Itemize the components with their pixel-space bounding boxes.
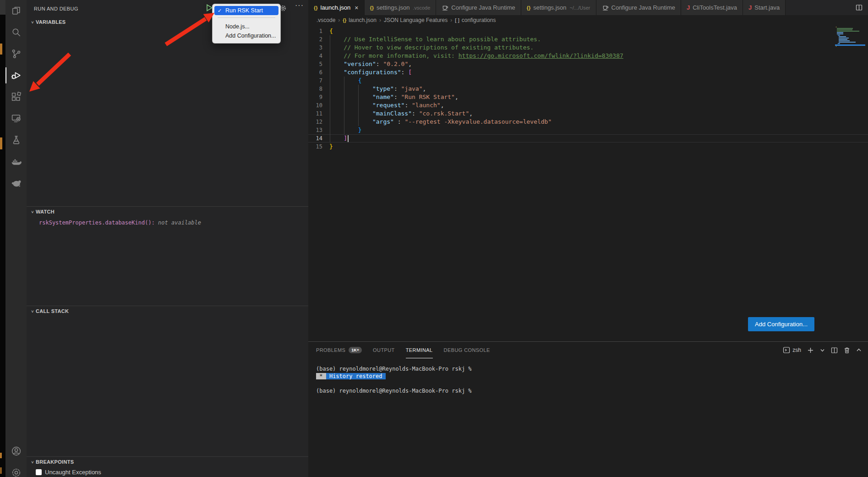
minimap-line [837, 28, 853, 29]
call-stack-section-header[interactable]: ∨ CALL STACK [27, 306, 308, 316]
code-line-7[interactable]: 7 { [308, 77, 868, 85]
code-line-3[interactable]: 3 // Hover to view descriptions of exist… [308, 44, 868, 52]
activity-extensions[interactable] [5, 86, 27, 108]
breadcrumb-item-launch-json[interactable]: {}launch.json [343, 17, 377, 23]
code-line-2[interactable]: 2 // Use IntelliSense to learn about pos… [308, 35, 868, 44]
java-file-icon: J [748, 4, 752, 11]
code-line-14[interactable]: 14 ] [308, 134, 868, 143]
remote-explorer-icon [11, 113, 22, 124]
code-text: "configurations": [ [329, 68, 412, 77]
tab-settings-json[interactable]: {}settings.json.vscode [365, 0, 437, 15]
panel-tab-problems[interactable]: PROBLEMS1K+ [316, 342, 362, 358]
indent-guide [344, 85, 344, 93]
code-line-1[interactable]: 1{ [308, 27, 868, 35]
activity-docker[interactable] [5, 151, 27, 172]
more-actions-icon[interactable]: ··· [295, 1, 304, 10]
panel-tab-label: PROBLEMS [316, 347, 345, 353]
json-file-icon: {} [370, 5, 374, 11]
code-line-5[interactable]: 5 "version": "0.2.0", [308, 60, 868, 68]
code-token: "0.2.0" [383, 60, 408, 67]
uncaught-exceptions-label: Uncaught Exceptions [45, 469, 101, 476]
activity-run-and-debug[interactable] [5, 65, 27, 86]
tab-settings-json[interactable]: {}settings.json~/.../User [521, 0, 596, 15]
chevron-down-icon[interactable] [820, 348, 825, 353]
code-line-13[interactable]: 13 } [308, 126, 868, 134]
code-token [329, 102, 372, 109]
split-editor-icon[interactable] [850, 0, 868, 15]
tab-clitoolstest-java[interactable]: JCliToolsTest.java [681, 0, 743, 15]
line-number: 2 [308, 35, 329, 44]
code-token: "launch" [412, 102, 441, 109]
minimap-line [836, 27, 836, 27]
code-line-15[interactable]: 15} [308, 143, 868, 151]
breadcrumb-item-configurations[interactable]: [ ]configurations [455, 17, 496, 23]
problems-count-badge: 1K+ [349, 347, 362, 353]
panel-tab-debug-console[interactable]: DEBUG CONSOLE [444, 342, 490, 358]
indent-guide [358, 118, 359, 126]
code-token [329, 110, 372, 117]
line-number: 3 [308, 44, 329, 52]
code-token: "request" [372, 102, 404, 109]
code-token: "java" [401, 85, 423, 92]
code-editor[interactable]: 1{2 // Use IntelliSense to learn about p… [308, 25, 868, 341]
code-text: } [329, 143, 333, 151]
minimap-line [837, 32, 843, 33]
code-line-6[interactable]: 6 "configurations": [ [308, 68, 868, 77]
panel-tab-label: OUTPUT [373, 347, 395, 353]
terminal-text: (base) reynoldmorel@Reynolds-MacBook-Pro… [316, 366, 472, 372]
terminal[interactable]: (base) reynoldmorel@Reynolds-MacBook-Pro… [308, 358, 868, 395]
close-icon[interactable]: × [355, 4, 358, 11]
uncaught-exceptions-checkbox[interactable] [36, 469, 42, 475]
tab-configure-java-runtime[interactable]: Configure Java Runtime [596, 0, 681, 15]
breadcrumb-item-json-language-features[interactable]: JSON Language Features [384, 17, 448, 23]
code-line-8[interactable]: 8 "type": "java", [308, 85, 868, 93]
activity-account[interactable] [5, 440, 27, 462]
tab-detail: ~/.../User [570, 5, 590, 11]
code-line-10[interactable]: 10 "request": "launch", [308, 101, 868, 110]
activity-explorer[interactable] [5, 0, 27, 22]
cup-file-icon [442, 4, 448, 11]
source-control-icon [11, 48, 22, 60]
code-line-12[interactable]: 12 "args" : "--regtest -Xkeyvalue.dataso… [308, 118, 868, 126]
breakpoints-section-header[interactable]: ∨ BREAKPOINTS [27, 457, 308, 467]
activity-search[interactable] [5, 22, 27, 43]
code-line-11[interactable]: 11 "mainClass": "co.rsk.Start", [308, 110, 868, 118]
menu-separator [218, 17, 275, 18]
tab-configure-java-runtime[interactable]: Configure Java Runtime [436, 0, 521, 15]
code-line-9[interactable]: 9 "name": "Run RSK Start", [308, 93, 868, 101]
watch-section-header[interactable]: ∨ WATCH [27, 207, 308, 217]
activity-gradle[interactable] [5, 172, 27, 194]
add-configuration-button[interactable]: Add Configuration... [748, 317, 814, 331]
code-text: { [329, 77, 361, 85]
split-pane-icon[interactable] [831, 347, 838, 354]
trash-icon[interactable] [844, 347, 850, 354]
menu-item-add-configuration-[interactable]: Add Configuration... [214, 31, 278, 40]
watch-expression[interactable]: rskSystemProperties.databaseKind(): not … [39, 219, 308, 226]
terminal-line: * History restored [316, 373, 868, 380]
activity-testing[interactable] [5, 129, 27, 151]
code-token: , [455, 93, 459, 100]
tab-launch-json[interactable]: {}launch.json× [308, 0, 365, 15]
panel-tab-terminal[interactable]: TERMINAL [406, 342, 433, 358]
activity-settings-gear[interactable] [5, 462, 27, 477]
chevron-up-icon[interactable] [856, 347, 862, 353]
breadcrumb-item--vscode[interactable]: .vscode [317, 17, 335, 23]
breadcrumb[interactable]: .vscode›{}launch.json›JSON Language Feat… [308, 15, 868, 25]
panel-tab-output[interactable]: OUTPUT [373, 342, 395, 358]
tab-start-java[interactable]: JStart.java [743, 0, 786, 15]
activity-remote-explorer[interactable] [5, 108, 27, 129]
breakpoints-section: ∨ BREAKPOINTS Uncaught Exceptions [27, 456, 308, 477]
indent-guide [344, 93, 344, 101]
code-line-4[interactable]: 4 // For more information, visit: https:… [308, 52, 868, 60]
plus-icon[interactable] [807, 347, 814, 354]
activity-source-control[interactable] [5, 43, 27, 65]
shell-selector[interactable]: zsh [783, 346, 801, 354]
menu-item-node-js-[interactable]: Node.js... [214, 22, 278, 31]
line-number: 11 [308, 110, 329, 118]
code-token: // Use IntelliSense to learn about possi… [329, 36, 541, 43]
indent-guide [344, 118, 344, 126]
menu-item-run-rsk-start[interactable]: ✓Run RSK Start [214, 6, 278, 15]
breadcrumb-separator: › [379, 17, 381, 23]
minimap[interactable] [836, 27, 864, 47]
code-token [329, 135, 344, 142]
